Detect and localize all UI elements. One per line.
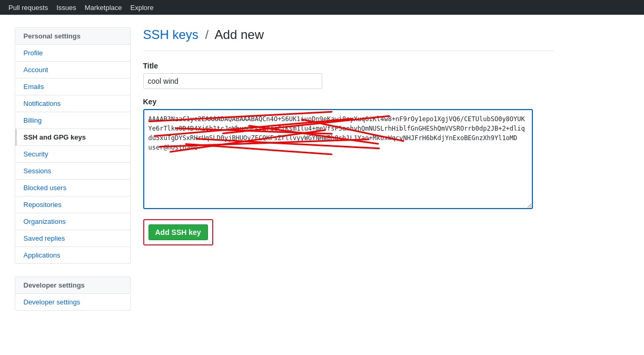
sidebar-item-organizations[interactable]: Organizations: [15, 213, 130, 230]
add-ssh-key-button-area: Add SSH key: [143, 219, 554, 245]
nav-marketplace[interactable]: Marketplace: [85, 4, 122, 12]
sidebar-item-security[interactable]: Security: [15, 146, 130, 163]
key-label: Key: [143, 97, 554, 106]
sidebar-item-saved-replies[interactable]: Saved replies: [15, 230, 130, 247]
title-input[interactable]: [143, 73, 322, 89]
key-textarea-wrapper: AAAAB3NzaC1yc2EAAAADAQABAAABAQCn4O+S6UK1…: [143, 109, 533, 211]
sidebar: Personal settings Profile Account Emails…: [15, 27, 131, 311]
title-label: Title: [143, 62, 554, 70]
sidebar-item-developer-settings[interactable]: Developer settings: [15, 294, 130, 310]
sidebar-dev-list: Developer settings: [15, 294, 131, 311]
page-layout: Personal settings Profile Account Emails…: [6, 15, 638, 323]
top-nav: Pull requests Issues Marketplace Explore: [0, 0, 644, 15]
sidebar-item-blocked-users[interactable]: Blocked users: [15, 180, 130, 196]
sidebar-dev-heading: Developer settings: [15, 277, 131, 294]
breadcrumb-sep: /: [205, 27, 209, 42]
title-group: Title: [143, 62, 554, 89]
page-header: SSH keys / Add new: [143, 27, 554, 51]
sidebar-item-account[interactable]: Account: [15, 62, 130, 78]
page-title: SSH keys / Add new: [143, 27, 264, 42]
sidebar-item-profile[interactable]: Profile: [15, 45, 130, 62]
add-ssh-key-button[interactable]: Add SSH key: [148, 224, 208, 240]
sidebar-item-sessions[interactable]: Sessions: [15, 163, 130, 180]
sidebar-item-ssh-gpg-keys[interactable]: SSH and GPG keys: [15, 129, 130, 146]
sidebar-dev-section: Developer settings Developer settings: [15, 277, 131, 311]
key-group: Key AAAAB3NzaC1yc2EAAAADAQABAAABAQCn4O+S…: [143, 97, 554, 211]
sidebar-item-repositories[interactable]: Repositories: [15, 196, 130, 213]
main-content: SSH keys / Add new Title Key AAAAB3NzaC1…: [143, 27, 554, 311]
sidebar-list: Profile Account Emails Notifications Bil…: [15, 45, 131, 264]
sidebar-item-billing[interactable]: Billing: [15, 112, 130, 129]
sidebar-item-notifications[interactable]: Notifications: [15, 95, 130, 112]
nav-issues[interactable]: Issues: [56, 4, 76, 12]
sidebar-personal-heading: Personal settings: [15, 27, 131, 45]
sidebar-item-emails[interactable]: Emails: [15, 78, 130, 95]
nav-pull-requests[interactable]: Pull requests: [8, 4, 48, 12]
ssh-keys-link[interactable]: SSH keys: [143, 27, 199, 42]
key-textarea[interactable]: AAAAB3NzaC1yc2EAAAADAQABAAABAQCn4O+S6UK1…: [143, 109, 533, 209]
page-subtitle: Add new: [215, 27, 264, 42]
nav-explore[interactable]: Explore: [131, 4, 154, 12]
sidebar-item-applications[interactable]: Applications: [15, 247, 130, 263]
